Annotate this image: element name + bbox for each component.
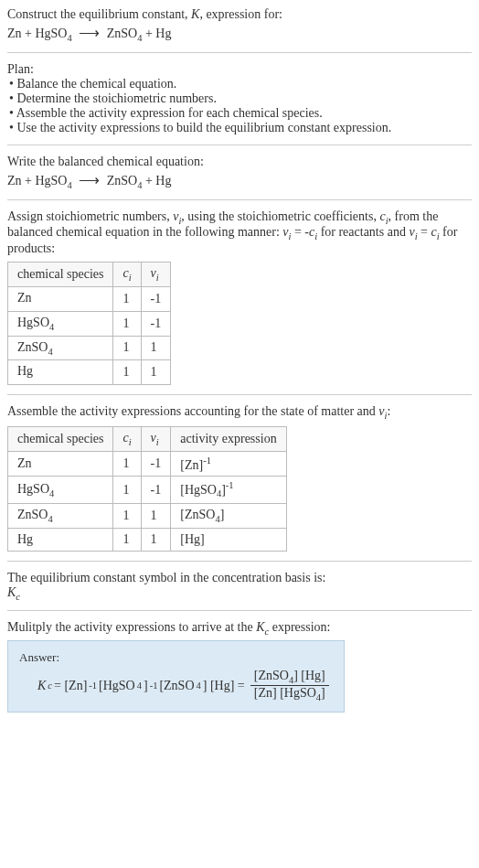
k-var: K: [7, 585, 16, 599]
arrow-icon: ⟶: [75, 25, 103, 40]
text: ]: [220, 508, 225, 521]
stoich-table: chemical species ci νi Zn 1 -1 HgSO4 1 -…: [7, 262, 171, 385]
text: ] [Hg]: [293, 669, 325, 682]
exp: -1: [226, 480, 234, 490]
cell-species: HgSO4: [8, 477, 113, 503]
eq-rhs: ZnSO: [107, 27, 137, 40]
col-activity: activity expression: [171, 426, 286, 451]
cell-nui: 1: [141, 360, 171, 385]
answer-box: Answer: Kc = [Zn]-1 [HgSO4]-1 [ZnSO4] [H…: [7, 640, 345, 713]
text: ] [Hg] =: [203, 679, 245, 693]
text: = -: [291, 225, 309, 239]
text: = [Zn]: [54, 679, 87, 693]
table-row: HgSO4 1 -1 [HgSO4]-1: [8, 477, 287, 503]
assemble-text: Assemble the activity expressions accoun…: [7, 404, 472, 421]
balanced-section: Write the balanced chemical equation: Zn…: [7, 155, 472, 190]
divider: [7, 52, 472, 53]
table-row: Zn 1 -1 [Zn]-1: [8, 451, 287, 477]
text: [HgSO: [99, 679, 135, 693]
arrow-icon: ⟶: [75, 172, 103, 188]
balanced-equation: Zn + HgSO4 ⟶ ZnSO4 + Hg: [7, 171, 472, 190]
divider: [7, 610, 472, 611]
text: [Hg]: [180, 532, 204, 546]
text: HgSO: [17, 482, 49, 496]
sub: 4: [137, 680, 142, 691]
col-ci: ci: [113, 263, 141, 287]
col-nui: νi: [141, 263, 171, 287]
plan-item: • Assemble the activity expression for e…: [9, 106, 472, 121]
cell-ci: 1: [113, 286, 141, 311]
text: Hg: [17, 532, 33, 546]
answer-expression: Kc = [Zn]-1 [HgSO4]-1 [ZnSO4] [Hg] = [Zn…: [19, 669, 333, 702]
symbol-text: The equilibrium constant symbol in the c…: [7, 571, 472, 585]
text: Zn: [17, 456, 32, 470]
numerator: [ZnSO4] [Hg]: [250, 669, 329, 686]
exp: -1: [150, 680, 158, 691]
text: HgSO: [17, 316, 49, 329]
plan-section: Plan: • Balance the chemical equation. •…: [7, 62, 472, 135]
intro-text-b: , expression for:: [199, 7, 282, 21]
divider: [7, 199, 472, 200]
text: [ZnSO: [180, 508, 215, 521]
divider: [7, 145, 472, 145]
cell-species: ZnSO4: [8, 503, 113, 528]
text: ]: [144, 679, 148, 693]
sub-i: i: [129, 437, 132, 447]
fraction: [ZnSO4] [Hg] [Zn] [HgSO4]: [250, 669, 329, 702]
sub-i: i: [156, 437, 159, 447]
cell-ci: 1: [113, 477, 141, 503]
k-var: K: [256, 620, 264, 634]
plan-item: • Determine the stoichiometric numbers.: [9, 91, 472, 106]
plan-title: Plan:: [7, 62, 472, 77]
table-row: Zn 1 -1: [8, 286, 171, 311]
text: Assign stoichiometric numbers,: [7, 209, 173, 223]
sub: 4: [48, 346, 52, 356]
table-header-row: chemical species ci νi activity expressi…: [8, 426, 287, 451]
cell-ci: 1: [113, 311, 141, 336]
sub: 4: [48, 514, 52, 524]
text: ZnSO: [17, 508, 48, 521]
cell-nui: -1: [141, 286, 171, 311]
cell-ci: 1: [113, 528, 141, 551]
eq-rhs-b: + Hg: [142, 27, 171, 40]
cell-ci: 1: [113, 451, 141, 477]
cell-nui: 1: [141, 528, 171, 551]
intro-section: Construct the equilibrium constant, K, e…: [7, 7, 472, 43]
table-header-row: chemical species ci νi: [8, 263, 171, 287]
cell-nui: 1: [141, 336, 171, 360]
col-species: chemical species: [8, 263, 113, 287]
eq-rhs: ZnSO: [107, 174, 137, 188]
balanced-title: Write the balanced chemical equation:: [7, 155, 472, 169]
text: [ZnSO: [159, 679, 194, 693]
k-var: K: [37, 679, 46, 693]
sub-i: i: [156, 273, 159, 283]
cell-nui: -1: [141, 451, 171, 477]
symbol-section: The equilibrium constant symbol in the c…: [7, 571, 472, 602]
text: [Zn]: [180, 457, 203, 471]
eq-lhs: Zn + HgSO: [7, 27, 67, 40]
text: [ZnSO: [254, 669, 289, 682]
sub-c: c: [16, 591, 20, 601]
cell-species: Hg: [8, 360, 113, 385]
cell-species: Hg: [8, 528, 113, 551]
cell-activity: [ZnSO4]: [171, 503, 286, 528]
text: [HgSO: [180, 483, 217, 497]
eq-lhs: Zn + HgSO: [7, 174, 67, 188]
text: =: [418, 225, 431, 239]
intro-line: Construct the equilibrium constant, K, e…: [7, 7, 472, 22]
cell-nui: 1: [141, 503, 171, 528]
cell-species: HgSO4: [8, 311, 113, 336]
text: ZnSO: [17, 340, 48, 354]
eq-rhs-b: + Hg: [142, 174, 171, 188]
text: Mulitply the activity expressions to arr…: [7, 620, 256, 634]
table-row: Hg 1 1 [Hg]: [8, 528, 287, 551]
text: Hg: [17, 364, 33, 378]
cell-ci: 1: [113, 503, 141, 528]
divider: [7, 561, 472, 562]
exp: -1: [89, 680, 97, 691]
text: Assemble the activity expressions accoun…: [7, 404, 378, 418]
eq-sub: 4: [67, 33, 71, 43]
cell-ci: 1: [113, 336, 141, 360]
sub: 4: [49, 488, 54, 498]
cell-species: Zn: [8, 286, 113, 311]
